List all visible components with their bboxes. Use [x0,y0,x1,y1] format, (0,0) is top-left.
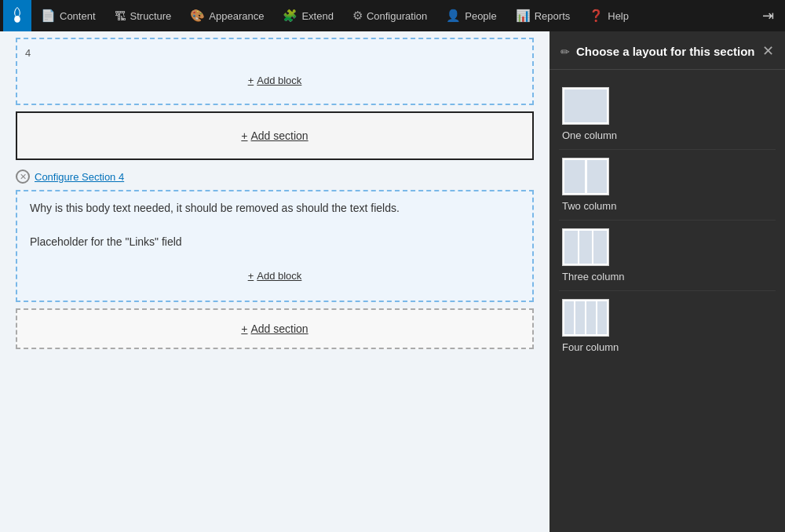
two-column-thumb [562,158,609,195]
col-4 [597,301,607,334]
pencil-icon: ✏ [560,46,570,58]
add-section-label: Add section [251,129,309,142]
add-section-bottom-inner: + Add section [241,322,308,335]
section-4-top-block: 4 + Add block [16,38,534,105]
add-section-bottom-button[interactable]: + Add section [16,308,534,349]
add-block-bottom-label: Add block [257,270,301,282]
col-3 [593,231,607,264]
nav-structure[interactable]: 🏗 Structure [105,0,181,31]
nav-help-label: Help [608,10,629,22]
nav-content-label: Content [60,10,96,22]
add-section-inner: + Add section [241,129,308,142]
content-icon: 📄 [41,9,56,23]
layout-options-list: One column Two column Three column [550,70,785,370]
configure-row: ✕ Configure Section 4 [0,166,550,187]
close-section-button[interactable]: ✕ [16,169,30,184]
layout-option-one-column[interactable]: One column [559,79,776,150]
nav-structure-label: Structure [130,10,172,22]
pin-button[interactable]: ⇥ [754,0,782,31]
reports-icon: 📊 [516,9,531,23]
svg-point-0 [14,16,20,23]
layout-option-two-column[interactable]: Two column [559,150,776,220]
nav-reports[interactable]: 📊 Reports [506,0,580,31]
main-layout: 4 + Add block + Add section ✕ Configure … [0,31,785,532]
structure-icon: 🏗 [115,9,126,23]
three-column-label: Three column [562,271,624,282]
plus-add-section-icon: + [241,129,247,142]
nav-reports-label: Reports [535,10,571,22]
col-2 [575,301,585,334]
nav-people[interactable]: 👤 People [436,0,506,31]
panel-title: Choose a layout for this section [576,44,755,60]
layout-option-four-column[interactable]: Four column [559,291,776,361]
four-column-thumb [562,299,609,337]
col-2 [587,160,608,193]
placeholder-links-text: Placeholder for the "Links" field [30,235,520,248]
nav-extend-label: Extend [301,10,333,22]
layout-option-three-column[interactable]: Three column [559,220,776,291]
configuration-icon: ⚙ [352,9,363,23]
add-section-bottom-label: Add section [251,322,309,335]
one-column-thumb [562,87,609,125]
panel-header-left: ✏ Choose a layout for this section [560,44,755,60]
plus-icon: + [248,75,254,86]
content-area: 4 + Add block + Add section ✕ Configure … [0,31,550,532]
panel-header: ✏ Choose a layout for this section ✕ [550,31,785,70]
nav-help[interactable]: ❓ Help [579,0,638,31]
col-3 [586,301,596,334]
one-column-label: One column [562,129,617,141]
section-number: 4 [25,47,524,59]
extend-icon: 🧩 [283,9,298,23]
add-block-top-button[interactable]: + Add block [25,65,524,96]
three-column-thumb [562,228,609,266]
col-1 [564,89,607,122]
add-section-button[interactable]: + Add section [16,111,534,160]
col-1 [564,231,578,264]
nav-people-label: People [465,10,496,22]
two-column-label: Two column [562,200,616,212]
nav-configuration[interactable]: ⚙ Configuration [343,0,436,31]
nav-appearance[interactable]: 🎨 Appearance [181,0,273,31]
appearance-icon: 🎨 [190,9,205,23]
people-icon: 👤 [446,9,461,23]
col-1 [564,160,585,193]
drupal-logo[interactable] [3,0,31,31]
nav-configuration-label: Configuration [367,10,427,22]
four-column-label: Four column [562,341,619,353]
top-navigation: 📄 Content 🏗 Structure 🎨 Appearance 🧩 Ext… [0,0,785,31]
col-2 [579,231,593,264]
plus-icon-bottom: + [248,270,254,282]
add-block-bottom-button[interactable]: + Add block [30,261,520,291]
plus-bottom-icon: + [241,322,247,335]
nav-content[interactable]: 📄 Content [31,0,105,31]
add-block-top-label: Add block [257,75,301,86]
panel-close-button[interactable]: ✕ [762,44,774,58]
configure-section-link[interactable]: Configure Section 4 [35,171,124,183]
help-icon: ❓ [589,9,604,23]
nav-appearance-label: Appearance [209,10,264,22]
layout-panel: ✏ Choose a layout for this section ✕ One… [550,31,785,532]
body-text: Why is this body text needed, it should … [30,201,520,217]
nav-extend[interactable]: 🧩 Extend [273,0,342,31]
col-1 [564,301,574,334]
section-4-body-block: Why is this body text needed, it should … [16,190,534,302]
